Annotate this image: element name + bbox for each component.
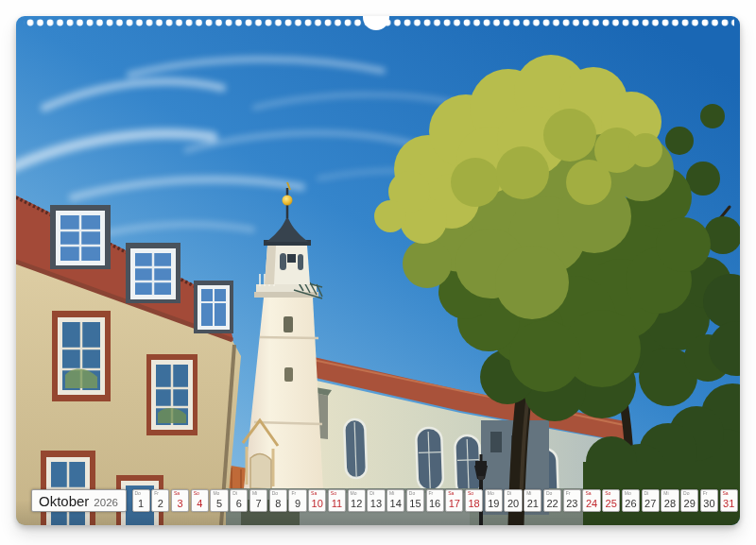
weekday-label: Di (507, 491, 511, 496)
weekday-label: Mi (389, 491, 394, 496)
weekday-label: Fr (703, 491, 708, 496)
day-cell-1: Do1 (132, 489, 150, 512)
day-cell-16: Fr16 (426, 489, 444, 512)
weekday-label: Mo (213, 491, 219, 496)
weekday-label: Sa (723, 491, 729, 496)
calendar-product-photo: Oktober 2026 Do1Fr2Sa3So4Mo5Di6Mi7Do8Fr9… (0, 0, 756, 545)
day-cell-10: Sa10 (308, 489, 326, 512)
day-cell-26: Mo26 (622, 489, 640, 512)
day-number: 18 (466, 499, 482, 509)
day-cell-24: Sa24 (582, 489, 600, 512)
day-number: 9 (289, 499, 305, 509)
day-cell-11: So11 (328, 489, 346, 512)
day-cell-14: Mi14 (387, 489, 404, 512)
month-box: Oktober 2026 (31, 489, 127, 512)
day-number: 19 (486, 499, 502, 509)
day-number: 2 (152, 499, 168, 509)
day-number: 11 (329, 499, 345, 509)
day-cell-19: Mo19 (485, 489, 503, 512)
day-number: 17 (446, 499, 462, 509)
weekday-label: Fr (566, 491, 571, 496)
day-number: 7 (250, 499, 266, 509)
day-cell-7: Mi7 (249, 489, 267, 512)
weekday-label: Di (232, 491, 237, 496)
day-number: 15 (407, 499, 423, 509)
weekday-label: Mo (488, 491, 494, 496)
calendar-page: Oktober 2026 Do1Fr2Sa3So4Mo5Di6Mi7Do8Fr9… (16, 16, 740, 525)
day-number: 16 (427, 499, 443, 509)
day-number: 27 (643, 499, 659, 509)
weekday-label: Do (272, 491, 278, 496)
day-cell-8: Do8 (269, 489, 287, 512)
weekday-label: So (194, 491, 199, 496)
day-cell-3: Sa3 (171, 489, 189, 512)
weekday-label: Sa (311, 491, 317, 496)
day-number: 3 (172, 499, 188, 509)
day-cell-20: Di20 (504, 489, 522, 512)
day-cell-30: Fr30 (700, 489, 718, 512)
weekday-label: Do (135, 491, 141, 496)
weekday-label: So (468, 491, 473, 496)
day-number: 25 (603, 499, 619, 509)
weekday-label: Sa (448, 491, 454, 496)
day-number: 28 (662, 499, 678, 509)
day-number: 22 (544, 499, 560, 509)
weekday-label: Sa (174, 491, 180, 496)
day-number: 31 (721, 499, 737, 509)
day-cell-5: Mo5 (210, 489, 228, 512)
weekday-label: Fr (291, 491, 296, 496)
day-cell-29: Do29 (680, 489, 698, 512)
day-cell-27: Di27 (642, 489, 660, 512)
day-number: 13 (368, 499, 384, 509)
weekday-label: Mo (625, 491, 631, 496)
weekday-label: Mo (351, 491, 357, 496)
day-cell-13: Di13 (367, 489, 385, 512)
day-number: 6 (231, 499, 247, 509)
month-label: Oktober (39, 493, 89, 510)
day-cell-21: Mi21 (524, 489, 541, 512)
day-cell-25: So25 (602, 489, 620, 512)
day-number: 4 (192, 499, 208, 509)
weekday-label: So (331, 491, 336, 496)
day-cell-23: Fr23 (563, 489, 581, 512)
day-cell-2: Fr2 (151, 489, 169, 512)
weekday-label: Mi (526, 491, 531, 496)
day-number: 14 (387, 499, 404, 509)
day-cell-22: Do22 (543, 489, 561, 512)
year-label: 2026 (94, 497, 118, 508)
day-number: 1 (133, 499, 149, 509)
day-cell-18: So18 (465, 489, 483, 512)
day-number: 26 (623, 499, 639, 509)
weekday-label: Do (683, 491, 689, 496)
day-number: 12 (349, 499, 365, 509)
day-cell-4: So4 (191, 489, 209, 512)
day-cell-31: Sa31 (720, 489, 738, 512)
day-number: 24 (583, 499, 599, 509)
day-cell-9: Fr9 (288, 489, 306, 512)
weekday-label: Di (369, 491, 374, 496)
gold-finial (283, 196, 293, 206)
day-number: 21 (524, 499, 541, 509)
weekday-label: Fr (429, 491, 434, 496)
weekday-label: Fr (154, 491, 159, 496)
weekday-label: So (605, 491, 610, 496)
weekday-label: Mi (252, 491, 257, 496)
day-cell-17: Sa17 (445, 489, 463, 512)
weekday-label: Mi (663, 491, 668, 496)
day-number: 5 (211, 499, 227, 509)
day-number: 29 (681, 499, 697, 509)
tower-lantern (265, 246, 310, 284)
day-number: 20 (505, 499, 521, 509)
photo-scene (16, 16, 740, 525)
day-number: 10 (309, 499, 325, 509)
weekday-label: Do (409, 491, 415, 496)
date-strip: Oktober 2026 Do1Fr2Sa3So4Mo5Di6Mi7Do8Fr9… (31, 489, 738, 512)
day-cell-28: Mi28 (661, 489, 679, 512)
day-number: 30 (701, 499, 717, 509)
weekday-label: Di (644, 491, 649, 496)
day-cell-6: Di6 (230, 489, 248, 512)
day-cell-12: Mo12 (348, 489, 366, 512)
day-number: 8 (270, 499, 286, 509)
day-number: 23 (564, 499, 580, 509)
weekday-label: Sa (585, 491, 591, 496)
